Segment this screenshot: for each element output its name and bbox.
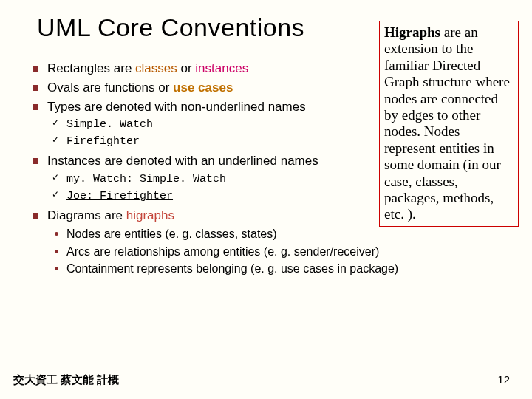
bullet-item: Ovals are functions or use cases [31,79,371,97]
sub-item: Containment represents belonging (e. g. … [47,261,483,277]
sub-item: my. Watch: Simple. Watch [47,171,371,187]
page-number: 12 [497,373,510,386]
bullet-item: Diagrams are higraphs Nodes are entities… [31,207,371,277]
text-underlined: underlined [219,154,277,168]
sub-item: Simple. Watch [47,117,371,132]
footer-left: 交大資工 蔡文能 計概 [13,373,119,387]
text: Types are denoted with [47,100,181,114]
sub-item: Firefighter [47,134,371,149]
text-classes: classes [135,61,177,75]
bullet-item: Instances are denoted with an underlined… [31,152,371,204]
sub-item: Arcs are relationships among entities (e… [47,244,483,260]
text-nonunderlined: non-underlined [181,100,265,114]
text: Ovals are functions or [47,81,173,95]
text: names [265,100,306,114]
callout-text: are an extension to the familiar Directe… [384,24,510,222]
text: names [277,154,318,168]
bullet-list: Rectangles are classes or instances Oval… [31,58,371,279]
text-instances: instances [195,61,248,75]
bullet-item: Types are denoted with non-underlined na… [31,98,371,150]
text: or [177,61,196,75]
sub-item: Joe: Firefighter [47,188,371,204]
callout-lead: Higraphs [384,24,440,40]
text: Instances are denoted with an [47,154,219,168]
sub-item: Nodes are entities (e. g. classes, state… [47,226,483,242]
bullet-item: Rectangles are classes or instances [31,60,371,78]
text-usecases: use cases [173,81,233,95]
text-higraphs: higraphs [126,208,174,222]
text: Rectangles are [47,61,135,75]
text: Diagrams are [47,208,126,222]
callout-box: Higraphs are an extension to the familia… [379,21,519,227]
